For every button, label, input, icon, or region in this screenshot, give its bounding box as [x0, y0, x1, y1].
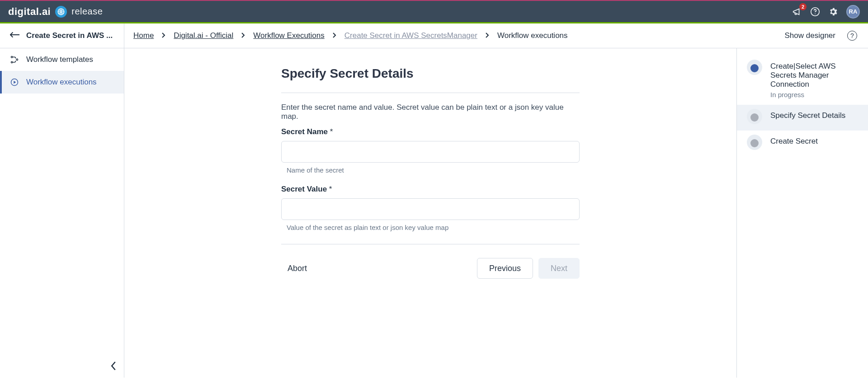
abort-button[interactable]: Abort — [288, 264, 307, 273]
help-icon[interactable] — [810, 7, 820, 17]
sidebar-item-workflow-executions[interactable]: Workflow executions — [0, 71, 124, 94]
secret-value-input[interactable] — [281, 198, 580, 220]
sidebar-item-workflow-templates[interactable]: Workflow templates — [0, 48, 124, 71]
next-button[interactable]: Next — [538, 258, 580, 279]
main-content: Specify Secret Details Enter the secret … — [124, 48, 737, 378]
svg-point-4 — [11, 61, 13, 63]
subbar-right: Show designer ? — [785, 31, 868, 41]
previous-button[interactable]: Previous — [477, 258, 533, 279]
form: Specify Secret Details Enter the secret … — [281, 66, 580, 378]
sidebar-collapse-icon[interactable] — [110, 361, 117, 372]
notification-badge: 2 — [799, 3, 807, 10]
step-item[interactable]: Create|Select AWS Secrets Manager Connec… — [737, 56, 868, 105]
breadcrumb-item[interactable]: Digital.ai - Official — [174, 31, 233, 40]
label-text: Secret Value — [281, 185, 327, 193]
svg-point-2 — [815, 13, 816, 14]
workflow-executions-icon — [10, 78, 19, 87]
step-status-icon — [747, 109, 762, 124]
chevron-right-icon — [162, 31, 165, 40]
breadcrumb-item[interactable]: Create Secret in AWS SecretsManager — [344, 31, 477, 40]
subbar-left: Create Secret in AWS ... — [0, 23, 124, 48]
avatar[interactable]: RA — [846, 5, 860, 19]
step-title: Specify Secret Details — [770, 111, 845, 120]
step-item[interactable]: Create Secret — [737, 131, 868, 156]
brand-name: digital.ai — [8, 6, 51, 18]
step-status-icon — [747, 135, 762, 150]
step-title: Create|Select AWS Secrets Manager Connec… — [770, 62, 859, 89]
brand: digital.ai release — [8, 6, 103, 18]
page-title: Create Secret in AWS ... — [26, 31, 113, 40]
announcements-icon[interactable]: 2 — [792, 7, 802, 17]
required-mark: * — [329, 185, 332, 193]
step-panel: Create|Select AWS Secrets Manager Connec… — [737, 48, 868, 378]
required-mark: * — [330, 127, 333, 136]
brand-logo-icon — [55, 6, 67, 18]
back-arrow-icon[interactable] — [10, 32, 20, 40]
breadcrumb-item[interactable]: Home — [133, 31, 154, 40]
brand-sub: release — [71, 6, 103, 17]
form-title: Specify Secret Details — [281, 66, 580, 81]
step-status-icon — [747, 60, 762, 75]
sub-bar: Create Secret in AWS ... Home Digital.ai… — [0, 23, 868, 48]
footer-actions: Previous Next — [477, 258, 580, 279]
breadcrumb-current: Workflow executions — [497, 31, 568, 40]
secret-name-help: Name of the secret — [287, 166, 580, 174]
step-subtitle: In progress — [770, 91, 859, 98]
show-designer-link[interactable]: Show designer — [785, 31, 835, 40]
secret-value-help: Value of the secret as plain text or jso… — [287, 224, 580, 231]
top-bar: digital.ai release 2 RA — [0, 1, 868, 23]
form-footer: Abort Previous Next — [281, 244, 580, 279]
svg-point-5 — [16, 59, 18, 60]
label-text: Secret Name — [281, 127, 328, 136]
sidebar: Workflow templates Workflow executions — [0, 48, 124, 378]
sidebar-item-label: Workflow templates — [26, 55, 93, 64]
divider — [281, 93, 580, 93]
secret-name-label: Secret Name * — [281, 127, 580, 136]
workflow-templates-icon — [10, 55, 19, 64]
secret-value-label: Secret Value * — [281, 185, 580, 194]
form-description: Enter the secret name and value. Secret … — [281, 103, 580, 121]
svg-point-3 — [11, 56, 13, 58]
breadcrumb: Home Digital.ai - Official Workflow Exec… — [124, 31, 568, 40]
chevron-right-icon — [486, 31, 489, 40]
chevron-right-icon — [333, 31, 336, 40]
sidebar-item-label: Workflow executions — [26, 78, 97, 87]
chevron-right-icon — [241, 31, 245, 40]
step-item[interactable]: Specify Secret Details — [737, 105, 868, 131]
context-help-icon[interactable]: ? — [847, 31, 857, 41]
secret-name-input[interactable] — [281, 141, 580, 163]
settings-icon[interactable] — [828, 7, 838, 17]
breadcrumb-item[interactable]: Workflow Executions — [253, 31, 324, 40]
step-title: Create Secret — [770, 137, 818, 146]
body: Workflow templates Workflow executions S… — [0, 48, 868, 378]
top-actions: 2 RA — [792, 5, 860, 19]
